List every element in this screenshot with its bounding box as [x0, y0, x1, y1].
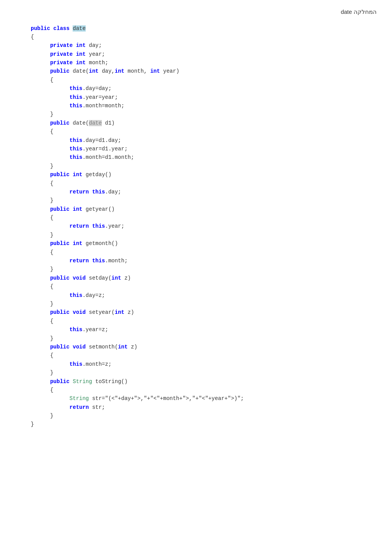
page-title: המחלקה date — [0, 0, 392, 20]
code-block: public class date { private int day; pri… — [0, 20, 392, 444]
